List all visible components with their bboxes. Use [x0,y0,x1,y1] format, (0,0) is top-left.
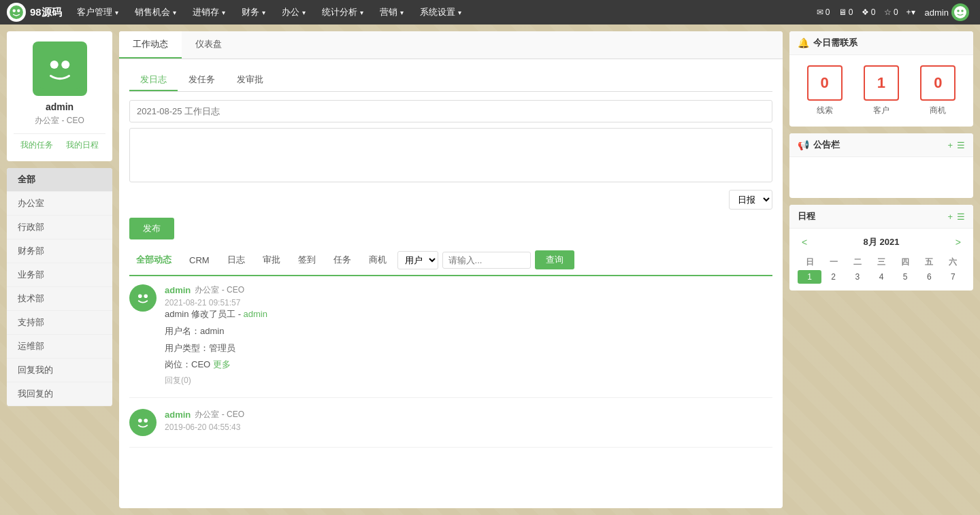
svg-point-7 [50,61,58,69]
profile-card: admin 办公室 - CEO 我的任务 我的日程 [7,31,112,161]
cal-header-sun: 日 [798,254,821,270]
post-tab-approval[interactable]: 发审批 [226,69,274,91]
calendar-nav: < 8月 2021 > [798,235,965,249]
notification-star[interactable]: ☆ 0 [881,7,901,17]
menu-item-settings[interactable]: 系统设置 ▾ [412,0,470,24]
activity-text: admin 修改了员工 - admin [165,308,772,322]
cal-header-mon: 一 [821,254,845,270]
filter-log[interactable]: 日志 [220,251,252,269]
filter-search-input[interactable] [442,252,531,269]
post-form-footer: 日报 周报 月报 [129,190,772,210]
activity-detail-1: 用户名：admin [165,325,772,339]
publish-button[interactable]: 发布 [129,218,174,239]
menu-item-marketing[interactable]: 营销 ▾ [372,0,412,24]
sidebar-item-business[interactable]: 业务部 [7,263,112,287]
svg-rect-6 [39,48,80,89]
cal-day-3[interactable]: 3 [845,270,869,284]
post-tab-task[interactable]: 发任务 [178,69,226,91]
customers-count-box: 1 [864,65,899,101]
svg-point-14 [144,419,148,423]
svg-point-2 [17,10,20,12]
menu-item-office[interactable]: 办公 ▾ [274,0,314,24]
activity-reply[interactable]: 回复(0) [165,375,772,386]
filter-approval[interactable]: 审批 [256,251,287,269]
logo[interactable]: 98源码 [7,3,62,22]
post-title-input[interactable] [129,100,772,122]
activity-link[interactable]: admin [244,309,267,319]
sidebar-item-finance[interactable]: 财务部 [7,239,112,263]
tab-activity[interactable]: 工作动态 [119,31,182,59]
filter-all[interactable]: 全部动态 [129,251,178,269]
bulletin-add-btn[interactable]: + [947,140,953,150]
filter-crm[interactable]: CRM [182,252,216,268]
svg-point-3 [954,6,966,18]
profile-dept: 办公室 - CEO [14,115,105,127]
notification-diamond[interactable]: ❖ 0 [859,7,879,17]
filter-opportunity[interactable]: 商机 [362,251,393,269]
cal-day-1[interactable]: 1 [798,270,821,284]
post-tabs: 发日志 发任务 发审批 [129,69,772,92]
query-button[interactable]: 查询 [535,250,574,269]
activity-username[interactable]: admin [165,410,191,420]
sidebar-item-admin[interactable]: 行政部 [7,216,112,239]
cal-day-4[interactable]: 4 [869,270,893,284]
my-tasks-link[interactable]: 我的任务 [20,139,53,151]
admin-menu[interactable]: admin [921,3,973,21]
menu-item-finance[interactable]: 财务 ▾ [233,0,274,24]
sidebar-item-replied-to-me[interactable]: 回复我的 [7,359,112,382]
schedule-header: 日程 + ☰ [789,205,973,229]
sidebar-item-ops[interactable]: 运维部 [7,335,112,359]
svg-point-13 [138,419,142,423]
contact-count-opportunities: 0 商机 [920,65,956,116]
sidebar-item-tech[interactable]: 技术部 [7,287,112,311]
main-tabs: 工作动态 仪表盘 [119,31,783,59]
post-body-input[interactable] [129,128,772,182]
filter-bar: 全部动态 CRM 日志 审批 签到 任务 商机 用户 查询 [129,250,772,276]
menu-item-customer[interactable]: 客户管理 ▾ [69,0,127,24]
notification-screen[interactable]: 🖥 0 [836,7,856,17]
add-button[interactable]: + ▾ [904,7,918,17]
cal-day-5[interactable]: 5 [894,270,917,284]
post-type-select[interactable]: 日报 周报 月报 [729,190,772,210]
filter-user-select[interactable]: 用户 [397,251,438,269]
activity-username[interactable]: admin [165,285,191,295]
bulletin-list-btn[interactable]: ☰ [957,140,965,150]
svg-point-4 [957,10,960,12]
cal-header-thu: 四 [894,254,917,270]
sidebar-item-all[interactable]: 全部 [7,168,112,192]
cal-day-2[interactable]: 2 [821,270,845,284]
more-link[interactable]: 更多 [213,359,231,369]
sidebar-item-office[interactable]: 办公室 [7,192,112,216]
opportunities-label: 商机 [920,105,956,116]
schedule-list-btn[interactable]: ☰ [957,212,965,222]
today-contact-title: 🔔 今日需联系 [798,37,858,49]
cal-day-7[interactable]: 7 [941,270,965,284]
cal-prev-btn[interactable]: < [798,235,811,249]
cal-day-6[interactable]: 6 [917,270,941,284]
notification-mail[interactable]: ✉ 0 [814,7,833,17]
tab-dashboard[interactable]: 仪表盘 [182,31,235,59]
menu-item-sales[interactable]: 销售机会 ▾ [127,0,184,24]
menu-item-inventory[interactable]: 进销存 ▾ [184,0,233,24]
svg-point-10 [138,294,142,298]
profile-name: admin [14,101,105,112]
schedule-add-btn[interactable]: + [947,212,953,222]
activity-detail-3: 岗位：CEO 更多 [165,358,772,372]
post-tab-log[interactable]: 发日志 [129,69,178,91]
profile-avatar [33,41,87,96]
top-navigation: 98源码 客户管理 ▾ 销售机会 ▾ 进销存 ▾ 财务 ▾ 办公 ▾ 统计分析 … [0,0,980,24]
cal-next-btn[interactable]: > [951,235,965,249]
bulletin-header: 📢 公告栏 + ☰ [789,133,973,157]
sidebar-item-support[interactable]: 支持部 [7,311,112,335]
chevron-down-icon: ▾ [911,7,915,17]
bulletin-panel: 📢 公告栏 + ☰ [789,133,973,198]
menu-item-stats[interactable]: 统计分析 ▾ [314,0,372,24]
filter-checkin[interactable]: 签到 [291,251,323,269]
right-panel: 🔔 今日需联系 0 线索 1 客户 0 商机 [789,31,973,508]
my-schedule-link[interactable]: 我的日程 [66,139,99,151]
svg-point-12 [133,413,152,432]
logo-text: 98源码 [30,6,62,19]
sidebar: admin 办公室 - CEO 我的任务 我的日程 全部 办公室 行政部 财务部… [7,31,112,508]
filter-task[interactable]: 任务 [327,251,358,269]
sidebar-item-my-replies[interactable]: 我回复的 [7,382,112,406]
